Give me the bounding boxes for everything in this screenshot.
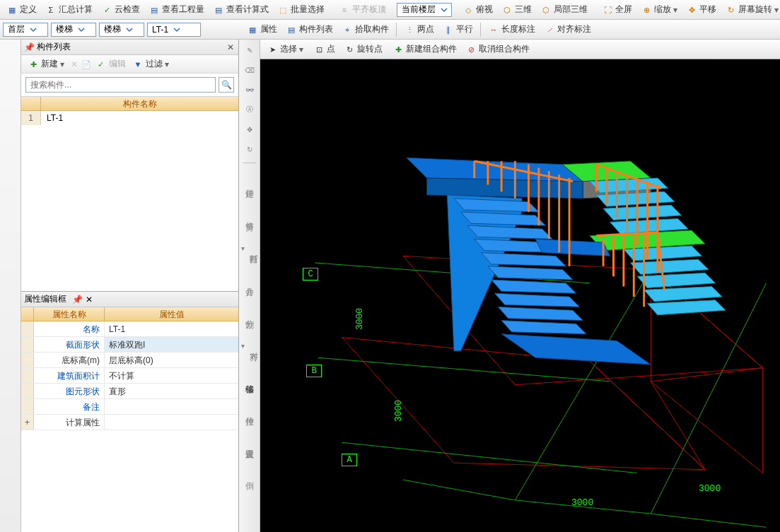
length-dim-button[interactable]: ↔长度标注 [484, 21, 539, 37]
prop-col-value: 属性值 [105, 307, 238, 321]
align-button[interactable]: 对齐▾ [242, 331, 257, 360]
viewport-stage[interactable]: C B A 1 2 3000 3000 3000 3000 [260, 59, 780, 532]
extend-button[interactable]: 延伸 [242, 169, 257, 197]
stretch-button[interactable]: 拉伸 [242, 396, 257, 425]
two-point-button[interactable]: ⋮两点 [400, 21, 438, 37]
component-list-button[interactable]: ▤构件列表 [282, 21, 337, 37]
align-dim-button[interactable]: ⟋对齐标注 [540, 21, 595, 37]
flat-top-button: ≡平齐板顶 [335, 1, 390, 18]
search-input[interactable] [25, 77, 216, 93]
chevron-down-icon [438, 4, 450, 16]
reverse-button[interactable]: 倒 [242, 461, 257, 490]
cancel-combined-button[interactable]: ⊘取消组合构件 [462, 41, 533, 57]
prop-value[interactable]: 标准双跑I [105, 337, 238, 352]
close-icon[interactable]: ✕ [226, 42, 235, 52]
batch-select-button[interactable]: ⬚批量选择 [274, 1, 328, 18]
close-icon[interactable]: ✕ [86, 295, 93, 305]
floor-scope-combo[interactable]: 当前楼层 [397, 3, 452, 17]
property-row[interactable]: 底标高(m)层底标高(0) [21, 353, 238, 368]
property-row[interactable]: 截面形状标准双跑I [21, 337, 238, 353]
break-button[interactable]: 打断▾ [242, 234, 257, 262]
svg-marker-26 [603, 205, 681, 220]
filter-button[interactable]: ▼过滤▾ [129, 56, 173, 72]
search-button[interactable]: 🔍 [219, 77, 234, 93]
check-icon[interactable]: ✓ [95, 59, 106, 70]
floor-combo[interactable]: 首层 [3, 23, 48, 37]
prop-value[interactable] [105, 399, 238, 414]
zoom-button[interactable]: ⊕缩放▾ [637, 1, 681, 18]
chevron-down-icon [28, 24, 39, 35]
set-grip-button[interactable]: 设置夹点 [242, 429, 257, 457]
property-row[interactable]: 图元形状直形 [21, 384, 238, 399]
full-screen-button[interactable]: ⛶全屏 [598, 1, 636, 18]
property-row[interactable]: 备注 [21, 399, 238, 415]
component-list-title: 📌 构件列表 ✕ [21, 40, 238, 55]
property-row[interactable]: 名称LT-1 [21, 321, 238, 337]
brush-icon[interactable]: ✎ [242, 42, 257, 58]
pin-icon[interactable]: 📌 [72, 295, 83, 305]
category-combo[interactable]: 楼梯 [51, 23, 96, 37]
svg-marker-20 [495, 293, 580, 307]
glasses-icon[interactable]: 👓 [242, 82, 257, 97]
new-combined-button[interactable]: ✚新建组合构件 [389, 41, 460, 57]
prop-value[interactable]: LT-1 [105, 321, 238, 336]
viewport[interactable]: ➤选择▾ ⊡点 ↻旋转点 ✚新建组合构件 ⊘取消组合构件 [260, 40, 780, 532]
svg-marker-18 [488, 266, 573, 280]
chevron-down-icon [171, 24, 182, 35]
vertical-toolbar: ✎ ⌫ 👓 Ⓐ ✥ ↻ 延伸 修剪 打断▾ 合并 分割 对齐▾ 偏移 拉伸 设置… [239, 40, 260, 532]
svg-marker-31 [637, 273, 715, 288]
pick-component-button[interactable]: ⌖拾取构件 [338, 21, 392, 37]
trim-button[interactable]: 修剪 [242, 201, 257, 230]
move-icon[interactable]: ✥ [242, 122, 257, 137]
component-list-label: 构件列表 [37, 41, 71, 53]
point-button[interactable]: ⊡点 [310, 41, 339, 57]
col-header-name: 构件名称 [41, 97, 238, 110]
prop-value[interactable]: 不计算 [105, 368, 238, 383]
table-row[interactable]: 1 LT-1 [21, 111, 238, 125]
property-row[interactable]: 建筑面积计不计算 [21, 368, 238, 384]
screen-rotate-button[interactable]: ↻屏幕旋转▾ [721, 1, 780, 18]
copy-icon[interactable]: 📄 [81, 59, 92, 70]
expand-cell [21, 353, 34, 367]
local-3d-button[interactable]: ⬡局部三维 [537, 1, 591, 18]
define-button[interactable]: ▦定义 [3, 1, 40, 18]
plus-icon: ✚ [28, 59, 39, 70]
compass-icon[interactable]: Ⓐ [242, 102, 257, 117]
type-combo[interactable]: 楼梯 [99, 23, 144, 37]
expand-cell[interactable]: + [21, 415, 34, 430]
property-row[interactable]: +计算属性 [21, 415, 238, 430]
new-button[interactable]: ✚新建▾ [24, 56, 68, 72]
rotate-point-button[interactable]: ↻旋转点 [340, 41, 386, 57]
viewport-toolbar: ➤选择▾ ⊡点 ↻旋转点 ✚新建组合构件 ⊘取消组合构件 [260, 40, 780, 59]
clear-icon[interactable]: ⌫ [242, 62, 257, 78]
local-3d-icon: ⬡ [540, 4, 552, 16]
cloud-check-button[interactable]: ✓云检查 [98, 1, 144, 18]
pan-button[interactable]: ✥平移 [682, 1, 720, 18]
expand-cell [21, 384, 34, 398]
select-button[interactable]: ➤选择▾ [263, 41, 307, 57]
offset-button[interactable]: 偏移 [242, 364, 257, 392]
rotate-icon[interactable]: ↻ [242, 141, 257, 157]
prop-col-name: 属性名称 [34, 307, 105, 321]
3d-view-button[interactable]: ⬡三维 [498, 1, 535, 18]
merge-button[interactable]: 合并 [242, 266, 257, 295]
top-view-button[interactable]: ◇俯视 [459, 1, 496, 18]
sum-calc-button[interactable]: Σ汇总计算 [42, 1, 96, 18]
chevron-down-icon [76, 24, 87, 35]
view-formula-button[interactable]: ▤查看计算式 [209, 1, 272, 18]
prop-value[interactable]: 层底标高(0) [105, 353, 238, 367]
row-name: LT-1 [41, 111, 238, 125]
new-combined-icon: ✚ [392, 44, 404, 55]
item-combo[interactable]: LT-1 [147, 23, 201, 37]
view-qty-button[interactable]: ▤查看工程量 [145, 1, 208, 18]
prop-name: 截面形状 [34, 337, 105, 352]
define-icon: ▦ [6, 4, 18, 16]
attr-button[interactable]: ▦属性 [243, 21, 281, 37]
split-button[interactable]: 分割 [242, 299, 257, 327]
pin-icon[interactable]: 📌 [24, 42, 34, 52]
parallel-button[interactable]: ∥平行 [439, 21, 477, 37]
prop-value[interactable] [105, 415, 238, 430]
prop-value[interactable]: 直形 [105, 384, 238, 398]
parallel-icon: ∥ [443, 24, 454, 35]
svg-marker-23 [501, 334, 651, 365]
